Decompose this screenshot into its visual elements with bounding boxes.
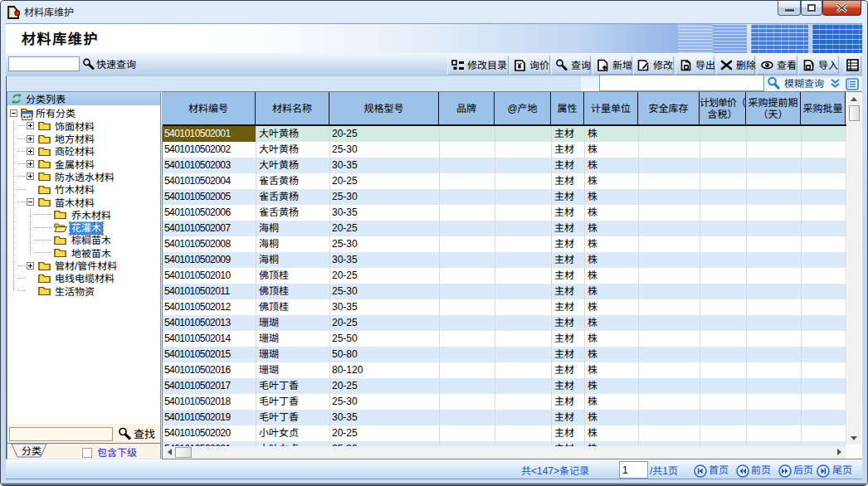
svg-text:分类: 分类 [22,445,41,457]
